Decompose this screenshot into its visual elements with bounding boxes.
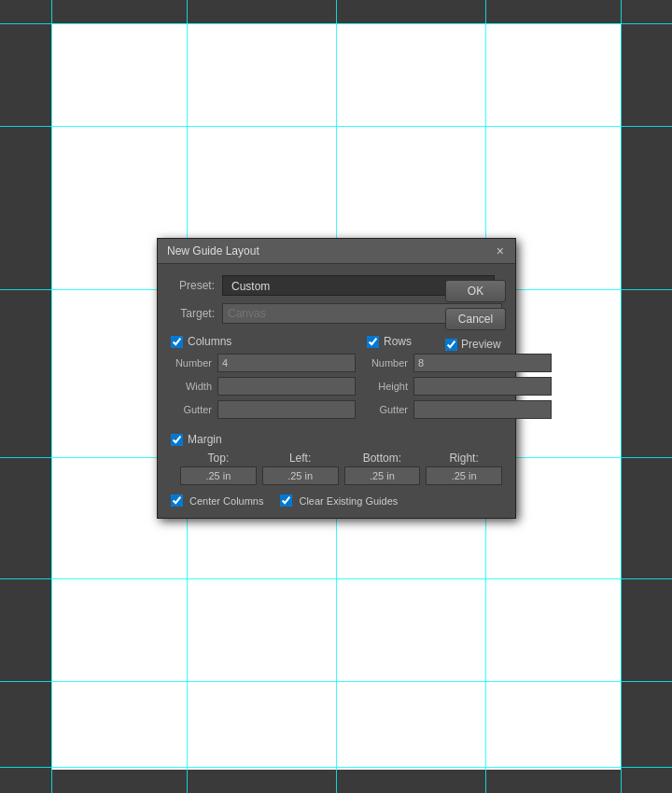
center-columns-checkbox[interactable] <box>171 494 183 507</box>
margin-inputs-row <box>180 466 502 485</box>
margin-top-input[interactable] <box>180 466 257 485</box>
columns-label: Columns <box>188 335 231 348</box>
columns-header: Columns <box>171 335 356 348</box>
columns-section: Columns Number Width Gutter <box>171 335 356 424</box>
guide-v-1 <box>51 0 52 793</box>
rows-number-input[interactable] <box>413 354 552 372</box>
target-label: Target: <box>171 307 222 320</box>
guide-v-5 <box>621 0 622 793</box>
margin-section: Margin Top: Left: Bottom: Right: <box>171 433 502 485</box>
bottom-checks: Center Columns Clear Existing Guides <box>171 494 502 507</box>
columns-number-input[interactable] <box>217 354 356 372</box>
ok-button[interactable]: OK <box>445 280 506 302</box>
columns-number-row: Number <box>171 354 356 372</box>
columns-width-label: Width <box>171 381 217 392</box>
preview-checkbox[interactable] <box>445 339 457 351</box>
margin-top-label: Top: <box>180 452 257 465</box>
margin-labels-row: Top: Left: Bottom: Right: <box>180 452 502 465</box>
rows-height-row: Height <box>367 377 552 396</box>
margin-right-input[interactable] <box>426 466 502 485</box>
dialog-new-guide-layout: New Guide Layout × Preset: Custom Target… <box>157 238 516 519</box>
rows-height-label: Height <box>367 381 413 392</box>
cancel-button[interactable]: Cancel <box>445 308 506 330</box>
columns-width-input[interactable] <box>217 377 356 396</box>
margin-bottom-label: Bottom: <box>344 452 421 465</box>
columns-number-label: Number <box>171 357 217 369</box>
margin-label: Margin <box>188 433 222 446</box>
margin-left-label: Left: <box>262 452 339 465</box>
clear-guides-checkbox[interactable] <box>280 494 292 507</box>
rows-gutter-row: Gutter <box>367 400 552 419</box>
margin-bottom-field <box>344 466 421 485</box>
dialog-title: New Guide Layout <box>167 244 259 257</box>
rows-number-row: Number <box>367 354 552 372</box>
rows-label: Rows <box>384 335 412 348</box>
columns-checkbox[interactable] <box>171 336 183 348</box>
close-button[interactable]: × <box>495 244 506 257</box>
dialog-titlebar: New Guide Layout × <box>158 239 515 264</box>
margin-top-field <box>180 466 257 485</box>
rows-gutter-label: Gutter <box>367 404 413 415</box>
columns-gutter-row: Gutter <box>171 400 356 419</box>
dialog-side-buttons: OK Cancel Preview <box>445 280 506 351</box>
rows-checkbox[interactable] <box>367 336 379 348</box>
margin-left-input[interactable] <box>262 466 339 485</box>
margin-left-field <box>262 466 339 485</box>
clear-guides-label: Clear Existing Guides <box>299 495 398 507</box>
columns-gutter-label: Gutter <box>171 404 217 415</box>
rows-number-label: Number <box>367 357 413 369</box>
margin-right-field <box>426 466 502 485</box>
rows-height-input[interactable] <box>413 377 552 396</box>
margin-checkbox[interactable] <box>171 434 183 446</box>
preset-label: Preset: <box>171 279 222 292</box>
margin-right-label: Right: <box>426 452 502 465</box>
margin-header: Margin <box>171 433 502 446</box>
preview-check-container: Preview <box>445 338 506 351</box>
margin-bottom-input[interactable] <box>344 466 421 485</box>
center-columns-label: Center Columns <box>189 495 263 507</box>
columns-width-row: Width <box>171 377 356 396</box>
preview-label: Preview <box>461 338 501 351</box>
columns-gutter-input[interactable] <box>217 400 356 419</box>
rows-gutter-input[interactable] <box>413 400 552 419</box>
